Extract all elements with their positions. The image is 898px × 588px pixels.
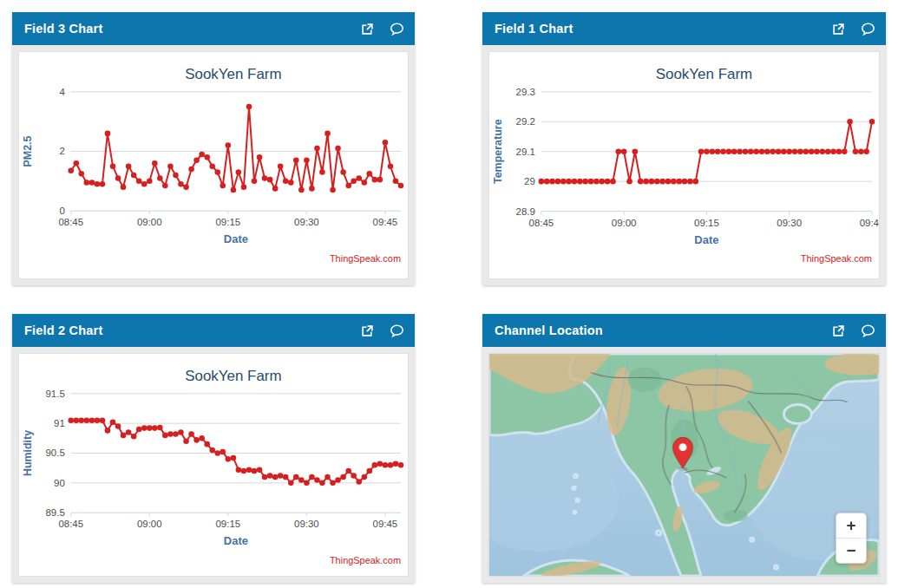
svg-text:08:45: 08:45 [58,519,83,529]
terrain-map[interactable] [489,354,879,576]
zoom-out-button[interactable]: − [836,538,866,563]
svg-text:29.1: 29.1 [516,147,535,157]
comment-icon[interactable] [860,21,875,36]
zoom-in-button[interactable]: + [836,513,866,538]
panel-channel-location: Channel Location [482,314,886,583]
panel-title: Field 1 Chart [495,22,816,36]
svg-text:PM2.5: PM2.5 [22,135,34,167]
comment-icon[interactable] [860,323,875,338]
svg-text:4: 4 [59,87,65,97]
panel-body: SookYen Farm89.59090.59191.508:4509:0009… [12,347,415,583]
svg-text:Date: Date [694,233,718,246]
svg-text:29: 29 [524,176,535,186]
svg-text:09:45: 09:45 [373,217,398,227]
map-container[interactable]: + − [488,353,880,577]
svg-text:SookYen Farm: SookYen Farm [185,368,281,384]
svg-text:90.5: 90.5 [46,448,65,458]
panel-field1-chart: Field 1 Chart SookYen Farm28.92929.129.2… [482,12,886,285]
svg-text:Date: Date [224,534,248,547]
external-link-icon[interactable] [359,323,375,338]
comment-icon[interactable] [389,21,404,36]
humidity-line-chart[interactable]: SookYen Farm89.59090.59191.508:4509:0009… [19,354,408,570]
svg-text:09:30: 09:30 [294,519,319,529]
map-zoom-control: + − [836,513,867,564]
panel-field3-chart: Field 3 Chart SookYen Farm02408:4509:000… [12,12,415,285]
svg-text:09:15: 09:15 [216,217,241,227]
svg-text:Humidity: Humidity [22,430,34,476]
svg-text:29.3: 29.3 [516,87,535,97]
svg-text:08:45: 08:45 [58,217,83,227]
svg-text:09:00: 09:00 [137,519,162,529]
panel-title: Channel Location [495,323,816,337]
svg-text:ThingSpeak.com: ThingSpeak.com [801,253,872,264]
external-link-icon[interactable] [830,21,846,36]
svg-text:Date: Date [224,232,248,245]
svg-text:91.5: 91.5 [46,389,65,399]
svg-text:08:45: 08:45 [529,218,554,228]
svg-text:0: 0 [59,206,64,216]
external-link-icon[interactable] [830,323,846,338]
chart-container: SookYen Farm28.92929.129.229.308:4509:00… [488,51,880,279]
svg-text:09:45: 09:45 [373,519,398,529]
panel-body: SookYen Farm28.92929.129.229.308:4509:00… [482,45,886,285]
panel-header: Channel Location [482,314,886,347]
comment-icon[interactable] [389,323,404,338]
svg-text:28.9: 28.9 [516,206,535,217]
svg-text:09:15: 09:15 [216,519,241,529]
svg-text:09:30: 09:30 [777,218,802,228]
svg-text:09:15: 09:15 [694,218,719,228]
panel-header: Field 3 Chart [12,12,415,45]
panel-header: Field 2 Chart [12,314,415,347]
svg-text:SookYen Farm: SookYen Farm [656,66,753,82]
svg-text:90: 90 [54,478,65,488]
svg-text:SookYen Farm: SookYen Farm [185,66,281,82]
svg-text:89.5: 89.5 [46,507,65,518]
dashboard: Field 3 Chart SookYen Farm02408:4509:000… [0,0,898,588]
chart-container: SookYen Farm89.59090.59191.508:4509:0009… [18,353,409,577]
svg-text:09:00: 09:00 [612,218,637,228]
external-link-icon[interactable] [359,21,375,36]
svg-text:91: 91 [54,418,65,428]
svg-text:29.2: 29.2 [516,116,535,127]
svg-text:09:45: 09:45 [860,218,879,228]
svg-text:09:00: 09:00 [137,217,162,227]
svg-text:ThingSpeak.com: ThingSpeak.com [330,253,401,264]
panel-title: Field 2 Chart [24,323,345,337]
panel-body: SookYen Farm02408:4509:0009:1509:3009:45… [12,45,415,285]
temperature-line-chart[interactable]: SookYen Farm28.92929.129.229.308:4509:00… [489,52,879,268]
panel-field2-chart: Field 2 Chart SookYen Farm89.59090.59191… [12,314,415,583]
svg-text:2: 2 [59,146,64,156]
pm25-line-chart[interactable]: SookYen Farm02408:4509:0009:1509:3009:45… [19,52,408,268]
chart-container: SookYen Farm02408:4509:0009:1509:3009:45… [18,51,409,279]
svg-text:09:30: 09:30 [294,217,319,227]
svg-text:ThingSpeak.com: ThingSpeak.com [330,555,401,565]
panel-header: Field 1 Chart [482,12,886,45]
panel-title: Field 3 Chart [24,22,345,36]
svg-text:Temperature: Temperature [492,119,504,184]
panel-body: + − [482,347,886,583]
